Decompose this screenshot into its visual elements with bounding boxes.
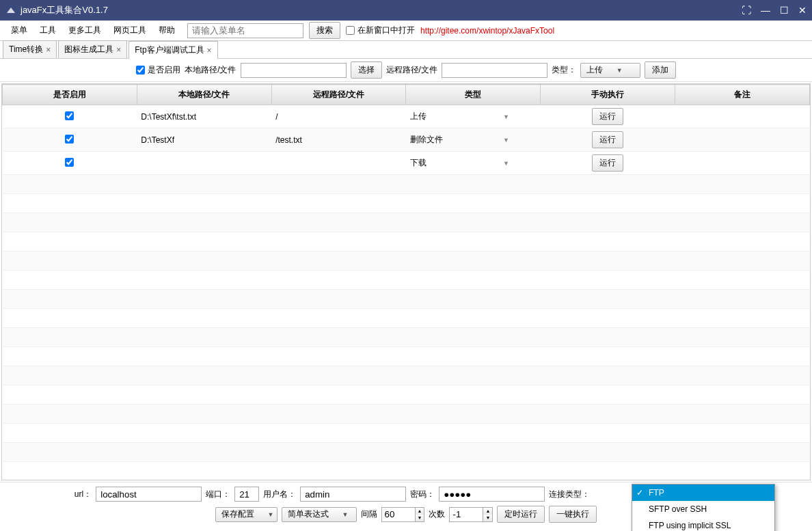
cell-local[interactable] <box>137 152 271 175</box>
spinner-up-icon[interactable]: ▲ <box>483 508 492 515</box>
type-combo[interactable]: 上传▼ <box>580 63 640 78</box>
close-icon[interactable]: ✕ <box>798 5 807 16</box>
cell-remark[interactable] <box>675 152 810 175</box>
th-remote[interactable]: 远程路径/文件 <box>271 85 406 105</box>
choose-button[interactable]: 选择 <box>351 62 382 79</box>
th-type[interactable]: 类型 <box>406 85 541 105</box>
toolbar: 是否启用 本地路径/文件 选择 远程路径/文件 类型： 上传▼ 添加 <box>0 59 812 82</box>
table-row[interactable] <box>3 385 810 405</box>
dropdown-option-ftps[interactable]: FTP using implicit SSL <box>632 517 774 531</box>
th-local[interactable]: 本地路径/文件 <box>137 85 271 105</box>
table-row[interactable] <box>3 175 810 194</box>
table-row[interactable] <box>3 443 810 462</box>
close-icon[interactable]: × <box>116 45 121 55</box>
chevron-down-icon: ▼ <box>503 137 509 144</box>
minimize-icon[interactable]: — <box>761 5 770 16</box>
port-label: 端口： <box>206 489 230 500</box>
cell-remote[interactable]: /test.txt <box>271 128 406 152</box>
save-config-combo[interactable]: 保存配置▼ <box>215 507 278 522</box>
user-label: 用户名： <box>263 489 296 500</box>
table-row[interactable] <box>3 405 810 424</box>
table-row[interactable] <box>3 366 810 385</box>
table-row[interactable] <box>3 309 810 328</box>
url-label: url： <box>75 489 92 500</box>
row-run-button[interactable]: 运行 <box>592 154 623 172</box>
tab-icon-gen[interactable]: 图标生成工具× <box>58 40 127 58</box>
pass-input[interactable] <box>439 487 545 502</box>
open-new-window-checkbox[interactable] <box>346 26 355 35</box>
close-icon[interactable]: × <box>46 45 51 55</box>
th-exec[interactable]: 手动执行 <box>541 85 675 105</box>
table-row[interactable] <box>3 347 810 366</box>
url-input[interactable] <box>96 487 202 502</box>
interval-spinner[interactable]: ▲▼ <box>381 507 425 522</box>
row-run-button[interactable]: 运行 <box>592 108 623 125</box>
cell-remark[interactable] <box>675 128 810 152</box>
table-row[interactable] <box>3 424 810 443</box>
user-input[interactable] <box>300 487 406 502</box>
conn-type-label: 连接类型： <box>549 489 590 500</box>
table-row[interactable] <box>3 328 810 347</box>
timed-run-button[interactable]: 定时运行 <box>497 506 545 523</box>
close-icon[interactable]: × <box>207 46 212 55</box>
row-enable-checkbox[interactable] <box>65 111 74 120</box>
chevron-down-icon: ▼ <box>342 511 349 518</box>
tab-time-convert[interactable]: Time转换× <box>3 40 57 58</box>
table-row[interactable] <box>3 271 810 290</box>
run-all-button[interactable]: 一键执行 <box>549 506 597 523</box>
table-row[interactable] <box>3 462 810 481</box>
open-new-window-label: 在新窗口中打开 <box>357 25 415 36</box>
row-run-button[interactable]: 运行 <box>592 131 623 148</box>
th-remark[interactable]: 备注 <box>675 85 810 105</box>
tabbar: Time转换× 图标生成工具× Ftp客户端调试工具× <box>0 41 812 59</box>
count-spinner[interactable]: ▲▼ <box>449 507 493 522</box>
interval-label: 间隔 <box>361 508 377 520</box>
cell-remote[interactable]: / <box>271 105 406 128</box>
cell-remark[interactable] <box>675 105 810 128</box>
chevron-down-icon: ▼ <box>617 67 623 74</box>
dropdown-option-ftp[interactable]: FTP <box>632 485 774 501</box>
table-row[interactable]: D:\TestXf/test.txt删除文件▼运行 <box>3 128 810 152</box>
row-enable-checkbox[interactable] <box>65 135 74 144</box>
cell-local[interactable]: D:\TestXf <box>137 128 271 152</box>
project-link[interactable]: http://gitee.com/xwintop/xJavaFxTool <box>420 26 554 36</box>
add-button[interactable]: 添加 <box>645 62 676 79</box>
search-button[interactable]: 搜索 <box>309 22 340 39</box>
cell-type[interactable]: 删除文件▼ <box>406 128 541 152</box>
port-input[interactable] <box>234 487 259 502</box>
row-enable-checkbox[interactable] <box>65 158 74 167</box>
cell-type[interactable]: 下载▼ <box>406 152 541 175</box>
expr-type-combo[interactable]: 简单表达式▼ <box>282 507 357 522</box>
local-path-input[interactable] <box>241 63 347 78</box>
dropdown-option-sftp[interactable]: SFTP over SSH <box>632 501 774 517</box>
menu-item-more-tools[interactable]: 更多工具 <box>63 22 107 39</box>
table: 是否启用 本地路径/文件 远程路径/文件 类型 手动执行 备注 D:\TestX… <box>1 83 811 480</box>
table-row[interactable] <box>3 290 810 309</box>
tab-ftp-client[interactable]: Ftp客户端调试工具× <box>128 41 217 59</box>
th-enable[interactable]: 是否启用 <box>3 85 137 105</box>
table-row[interactable] <box>3 232 810 251</box>
menu-search-input[interactable] <box>187 23 303 38</box>
cell-remote[interactable] <box>271 152 406 175</box>
spinner-down-icon[interactable]: ▼ <box>416 515 424 521</box>
menubar: 菜单 工具 更多工具 网页工具 帮助 搜索 在新窗口中打开 http://git… <box>0 21 812 41</box>
cell-type[interactable]: 上传▼ <box>406 105 541 128</box>
fullscreen-icon[interactable]: ⛶ <box>742 5 751 16</box>
spinner-up-icon[interactable]: ▲ <box>416 508 424 515</box>
menu-item-main[interactable]: 菜单 <box>5 22 33 39</box>
table-row[interactable]: D:\TestXf\tst.txt/上传▼运行 <box>3 105 810 128</box>
menu-item-tools[interactable]: 工具 <box>34 22 62 39</box>
remote-path-label: 远程路径/文件 <box>386 64 437 76</box>
window-title: javaFx工具集合V0.1.7 <box>21 4 742 16</box>
spinner-down-icon[interactable]: ▼ <box>483 515 492 521</box>
table-row[interactable] <box>3 251 810 271</box>
enable-checkbox[interactable] <box>136 66 145 74</box>
menu-item-help[interactable]: 帮助 <box>153 22 180 39</box>
maximize-icon[interactable]: ☐ <box>780 5 789 16</box>
table-row[interactable] <box>3 213 810 232</box>
table-row[interactable]: 下载▼运行 <box>3 152 810 175</box>
table-row[interactable] <box>3 194 810 213</box>
cell-local[interactable]: D:\TestXf\tst.txt <box>137 105 271 128</box>
menu-item-web-tools[interactable]: 网页工具 <box>108 22 152 39</box>
remote-path-input[interactable] <box>442 63 547 78</box>
